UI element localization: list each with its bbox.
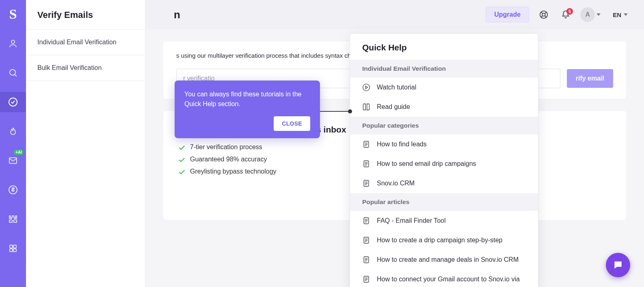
promo-bullet-text: Guaranteed 98% accuracy [190,156,267,163]
language-label: EN [613,11,621,18]
nav-apps[interactable] [0,238,26,259]
check-circle-icon [8,97,18,107]
quick-help-item[interactable]: How to create a drip campaign step-by-st… [350,230,538,250]
quick-help-item-watch-tutorial[interactable]: Watch tutorial [350,78,538,97]
chevron-down-icon [624,13,628,16]
quick-help-item[interactable]: FAQ - Email Finder Tool [350,211,538,230]
puzzle-icon [8,214,18,224]
tooltip-connector [320,111,350,112]
quick-help-item-label: Watch tutorial [377,84,416,91]
quick-help-title: Quick Help [350,34,538,60]
promo-bullet-text: 7-tier verification process [190,144,262,151]
quick-help-item-label: How to create a drip campaign step-by-st… [377,237,502,244]
ai-badge: +AI [14,150,24,155]
nav-search[interactable] [0,63,26,83]
svg-point-0 [11,40,15,43]
check-icon [179,145,185,150]
quick-help-section: Individual Email Verification [350,60,538,78]
avatar: A [580,7,595,22]
upgrade-button[interactable]: Upgrade [486,7,529,22]
quick-help-item[interactable]: How to find leads [350,135,538,154]
quick-help-item[interactable]: How to send email drip campaigns [350,154,538,174]
quick-help-item-label: How to find leads [377,141,427,148]
onboarding-tooltip: You can always find these tutorials in t… [175,80,320,138]
doc-icon [362,217,370,225]
doc-icon [362,256,370,264]
nav-campaigns[interactable]: +AI [0,150,26,171]
nav-deals[interactable] [0,180,26,200]
quick-help-section: Popular articles [350,193,538,211]
divider [26,80,145,81]
doc-icon [362,179,370,187]
account-menu[interactable]: A [580,7,601,22]
lifebuoy-icon [539,10,548,19]
quick-help-item-label: FAQ - Email Finder Tool [377,217,446,224]
quick-help-item-label: Snov.io CRM [377,180,415,187]
tooltip-text: You can always find these tutorials in t… [184,89,310,109]
check-icon [179,157,185,162]
play-circle-icon [362,83,370,91]
book-icon [362,103,370,111]
svg-rect-5 [10,245,13,248]
promo-bullet: 7-tier verification process [179,144,346,151]
svg-rect-6 [13,245,16,248]
svg-point-2 [9,98,17,106]
person-icon [8,39,18,48]
quick-help-item-label: How to connect your Gmail account to Sno… [377,276,520,283]
chevron-down-icon [596,13,601,16]
search-icon [8,68,18,78]
mail-icon [8,156,18,165]
submenu-item-bulk[interactable]: Bulk Email Verification [26,55,145,80]
svg-rect-8 [13,249,16,252]
nav-verify[interactable] [0,92,26,112]
svg-point-1 [10,70,15,75]
promo-bullet-text: Greylisting bypass technology [190,168,277,175]
quick-help-item[interactable]: How to create and manage deals in Snov.i… [350,250,538,270]
quick-help-item[interactable]: Snov.io CRM [350,174,538,193]
promo-bullet: Guaranteed 98% accuracy [179,156,346,163]
notifications-button[interactable]: 5 [558,7,573,22]
chat-button[interactable] [606,253,630,277]
quick-help-item-read-guide[interactable]: Read guide [350,97,538,117]
quick-help-section: Popular categories [350,117,538,135]
nav-rail: S +AI [0,0,26,287]
dollar-circle-icon [8,185,18,195]
quick-help-item[interactable]: How to connect your Gmail account to Sno… [350,270,538,287]
grid-icon [8,244,18,253]
doc-icon [362,140,370,148]
help-center-button[interactable] [536,7,551,22]
submenu-panel: Verify Emails Individual Email Verificat… [26,0,145,287]
language-selector[interactable]: EN [613,11,628,18]
chat-icon [613,260,623,270]
nav-warmup[interactable] [0,121,26,141]
doc-icon [362,236,370,244]
submenu-title: Verify Emails [26,0,145,29]
tooltip-close-button[interactable]: CLOSE [274,116,310,131]
svg-rect-7 [10,249,13,252]
nav-extensions[interactable] [0,209,26,229]
check-icon [179,169,185,174]
nav-contacts[interactable] [0,33,26,54]
svg-point-11 [363,84,370,91]
svg-point-10 [542,13,545,16]
quick-help-item-label: How to send email drip campaigns [377,160,476,167]
doc-icon [362,275,370,283]
quick-help-panel: Quick Help Individual Email Verification… [350,33,538,287]
quick-help-item-label: How to create and manage deals in Snov.i… [377,256,519,263]
quick-help-item-label: Read guide [377,103,410,111]
flame-icon [8,126,18,136]
logo[interactable]: S [3,4,23,24]
page-title: n [174,9,180,21]
promo-bullet: Greylisting bypass technology [179,168,346,175]
doc-icon [362,160,370,168]
submenu-item-individual[interactable]: Individual Email Verification [26,30,145,55]
verify-email-button[interactable]: rify email [567,69,613,88]
notification-count: 5 [566,8,573,15]
